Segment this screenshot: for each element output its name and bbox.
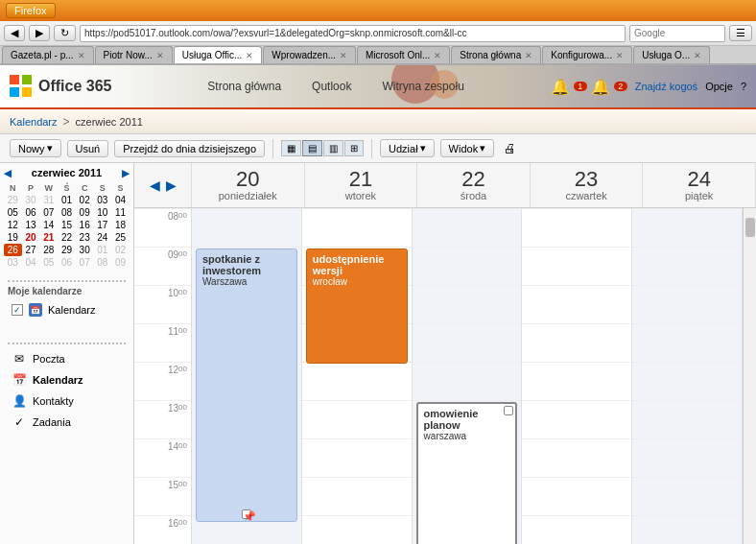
- print-icon[interactable]: 🖨: [504, 141, 516, 155]
- mini-cal-day[interactable]: 02: [111, 244, 130, 256]
- nav-kalendarz[interactable]: 📅 Kalendarz: [8, 369, 126, 390]
- share-button[interactable]: Udział ▾: [380, 139, 435, 157]
- calendar-checkbox[interactable]: [12, 304, 23, 316]
- calendar-item[interactable]: 📅 Kalendarz: [8, 300, 126, 319]
- options-btn[interactable]: Opcje: [705, 81, 733, 92]
- mini-cal-day[interactable]: 09: [76, 206, 94, 219]
- mini-cal-day[interactable]: 03: [94, 194, 112, 206]
- find-someone-link[interactable]: Znajdź kogoś: [635, 81, 697, 92]
- refresh-button[interactable]: ↻: [54, 25, 76, 41]
- delete-button[interactable]: Usuń: [67, 140, 109, 157]
- tab-gazeta[interactable]: Gazeta.pl - p...✕: [2, 46, 94, 63]
- mini-cal-day[interactable]: 04: [22, 256, 40, 269]
- breadcrumb-parent[interactable]: Kalendarz: [10, 116, 58, 128]
- mini-cal-day-today[interactable]: 21: [39, 231, 58, 244]
- mini-cal-day-selected[interactable]: 26: [4, 244, 22, 256]
- mini-cal-day[interactable]: 11: [111, 206, 130, 219]
- mini-cal-day[interactable]: 04: [111, 194, 130, 206]
- mini-cal-day[interactable]: 08: [94, 256, 112, 269]
- mini-cal-day[interactable]: 05: [4, 206, 22, 219]
- mini-cal-day[interactable]: 01: [94, 244, 112, 256]
- view-day[interactable]: ▦: [281, 140, 301, 156]
- search-bar[interactable]: [629, 25, 725, 42]
- mini-cal-day[interactable]: 06: [22, 206, 40, 219]
- hour-line: [522, 515, 631, 544]
- scrollbar-thumb[interactable]: [745, 218, 755, 237]
- view-other[interactable]: ⊞: [344, 140, 364, 156]
- nav-witryna-zespolu[interactable]: Witryna zespołu: [366, 65, 479, 108]
- mini-cal-day[interactable]: 12: [4, 219, 22, 231]
- next-week-arrow[interactable]: ▶: [166, 177, 177, 193]
- notification-icon-1[interactable]: 🔔: [551, 78, 570, 96]
- firefox-button[interactable]: Firefox: [6, 3, 56, 18]
- nav-zadania[interactable]: ✓ Zadania: [8, 412, 126, 433]
- nav-kontakty[interactable]: 👤 Kontakty: [8, 390, 126, 412]
- event-udostepnienie[interactable]: udostępnienie wersji wrocław: [306, 248, 408, 364]
- mini-cal-day[interactable]: 27: [22, 244, 40, 256]
- mini-cal-next[interactable]: ▶: [122, 168, 130, 178]
- nav-strona-glowna[interactable]: Strona główna: [192, 65, 296, 108]
- tab-strona-glowna[interactable]: Strona główna✕: [451, 46, 541, 63]
- mini-cal-day[interactable]: 01: [58, 194, 76, 206]
- mini-cal-day[interactable]: 31: [39, 194, 58, 206]
- mini-cal-day[interactable]: 22: [58, 231, 76, 244]
- day-col-tuesday[interactable]: udostępnienie wersji wrocław: [302, 208, 413, 544]
- tab-usluga-o[interactable]: Usługa O...✕: [633, 46, 710, 63]
- mini-cal-day[interactable]: 05: [39, 256, 58, 269]
- nav-poczta[interactable]: ✉ Poczta: [8, 348, 126, 369]
- mini-cal-day[interactable]: 08: [58, 206, 76, 219]
- mini-cal-day-today[interactable]: 20: [22, 231, 40, 244]
- mini-cal-day[interactable]: 24: [94, 231, 112, 244]
- tab-piotr[interactable]: Piotr Now...✕: [95, 46, 173, 63]
- mini-cal-day[interactable]: 30: [76, 244, 94, 256]
- mini-cal-day[interactable]: 28: [39, 244, 58, 256]
- day-col-wednesday[interactable]: omowienie planow warszawa: [413, 208, 523, 544]
- nav-qutlook[interactable]: Qutlook: [296, 65, 366, 108]
- view-dropdown-button[interactable]: Widok ▾: [440, 139, 495, 157]
- mini-cal-day[interactable]: 30: [22, 194, 40, 206]
- mini-cal-day[interactable]: 15: [58, 219, 76, 231]
- tab-wprowadzenie[interactable]: Wprowadzen...✕: [263, 46, 356, 63]
- today-button[interactable]: Przejdź do dnia dzisiejszego: [114, 140, 265, 157]
- tab-usuga-offic[interactable]: Usługa Offic...✕: [174, 46, 263, 63]
- mini-cal-day[interactable]: 16: [76, 219, 94, 231]
- mini-cal-day[interactable]: 06: [58, 256, 76, 269]
- mini-cal-day[interactable]: 09: [111, 256, 130, 269]
- mini-cal-day[interactable]: 03: [4, 256, 22, 269]
- view-month[interactable]: ▥: [323, 140, 343, 156]
- mini-cal-day[interactable]: 29: [58, 244, 76, 256]
- event-spotkanie[interactable]: spotkanie z inwestorem Warszawa 📌: [196, 248, 297, 522]
- mini-cal-day[interactable]: 17: [94, 219, 112, 231]
- mini-cal-day[interactable]: 14: [39, 219, 58, 231]
- view-week[interactable]: ▤: [302, 140, 322, 156]
- breadcrumb-current: czerwiec 2011: [76, 116, 143, 128]
- new-button[interactable]: Nowy ▾: [10, 139, 61, 157]
- mini-cal-day[interactable]: 23: [76, 231, 94, 244]
- event-drag-handle-spotkanie[interactable]: 📌: [242, 509, 251, 519]
- day-col-monday[interactable]: spotkanie z inwestorem Warszawa 📌: [192, 208, 302, 544]
- notification-icon-2[interactable]: 🔔: [591, 78, 610, 96]
- mini-cal-day[interactable]: 10: [94, 206, 112, 219]
- tab-microsoft-onl[interactable]: Microsoft Onl...✕: [357, 46, 450, 63]
- prev-week-arrow[interactable]: ◀: [150, 177, 160, 193]
- mini-cal-day[interactable]: 18: [111, 219, 130, 231]
- event-drag-top-omowienie[interactable]: [504, 406, 513, 415]
- forward-button[interactable]: ▶: [29, 25, 50, 41]
- day-col-friday[interactable]: [632, 208, 743, 544]
- scrollbar[interactable]: [743, 208, 756, 544]
- menu-button[interactable]: ☰: [729, 25, 752, 41]
- day-col-thursday[interactable]: [522, 208, 632, 544]
- mini-cal-day[interactable]: 25: [111, 231, 130, 244]
- mini-cal-day[interactable]: 13: [22, 219, 40, 231]
- tab-konfigurowa[interactable]: Konfigurowa...✕: [542, 46, 632, 63]
- mini-cal-day[interactable]: 07: [39, 206, 58, 219]
- mini-cal-day[interactable]: 29: [4, 194, 22, 206]
- event-omowienie[interactable]: omowienie planow warszawa: [416, 402, 518, 544]
- mini-cal-day[interactable]: 02: [76, 194, 94, 206]
- help-btn[interactable]: ?: [741, 81, 746, 92]
- back-button[interactable]: ◀: [4, 25, 25, 41]
- mini-cal-prev[interactable]: ◀: [4, 168, 12, 178]
- mini-cal-day[interactable]: 19: [4, 231, 22, 244]
- mini-cal-day[interactable]: 07: [76, 256, 94, 269]
- address-bar[interactable]: [80, 25, 626, 42]
